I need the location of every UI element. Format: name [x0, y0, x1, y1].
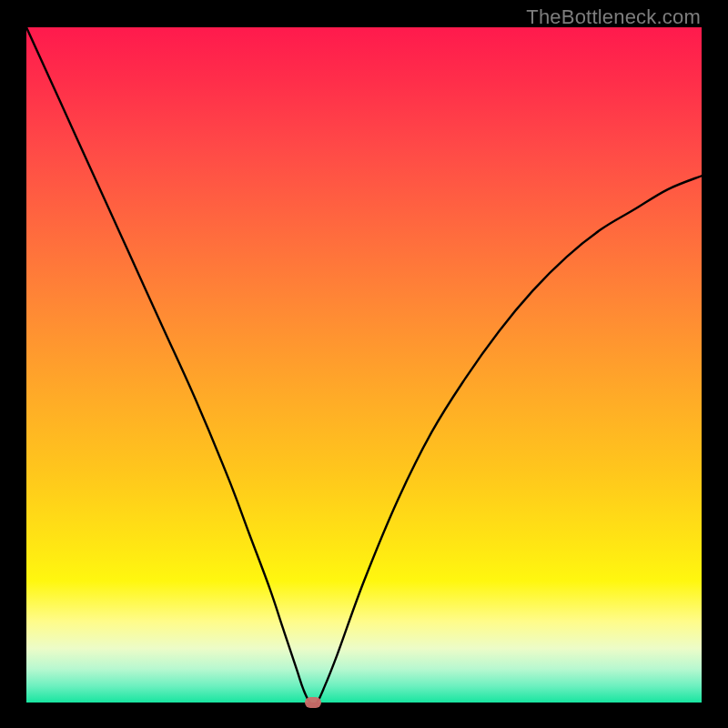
- watermark-label: TheBottleneck.com: [526, 5, 701, 29]
- bottleneck-curve: [26, 27, 702, 703]
- plot-area: [26, 27, 702, 703]
- optimum-marker: [305, 697, 321, 708]
- chart-frame: TheBottleneck.com: [0, 0, 728, 728]
